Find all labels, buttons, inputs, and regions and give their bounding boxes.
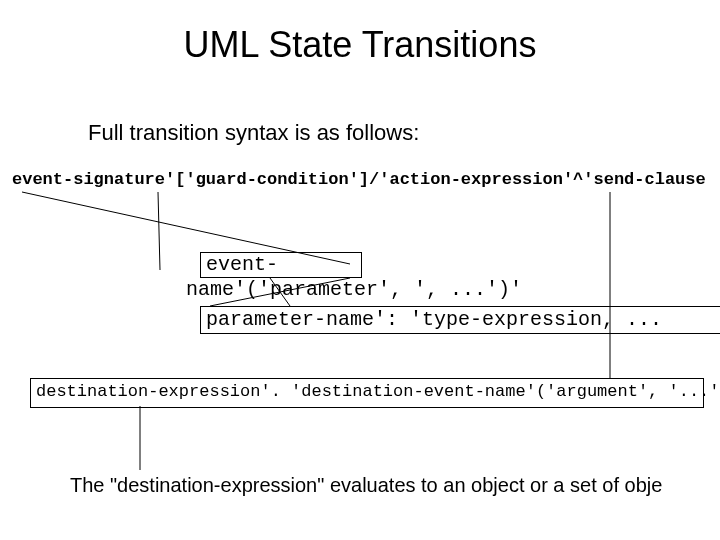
svg-line-1	[158, 192, 160, 270]
bottom-note: The "destination-expression" evaluates t…	[70, 474, 662, 497]
parameter-text: parameter-name': 'type-expression, ...	[206, 308, 662, 331]
slide-title: UML State Transitions	[0, 24, 720, 66]
event-name-text-line1: event-	[206, 253, 278, 276]
syntax-definition: event-signature'['guard-condition']/'act…	[12, 170, 706, 189]
destination-text: destination-expression'. 'destination-ev…	[36, 382, 720, 401]
slide-subtitle: Full transition syntax is as follows:	[88, 120, 419, 146]
event-name-text-line2: name'('parameter', ', ...')'	[186, 278, 522, 301]
